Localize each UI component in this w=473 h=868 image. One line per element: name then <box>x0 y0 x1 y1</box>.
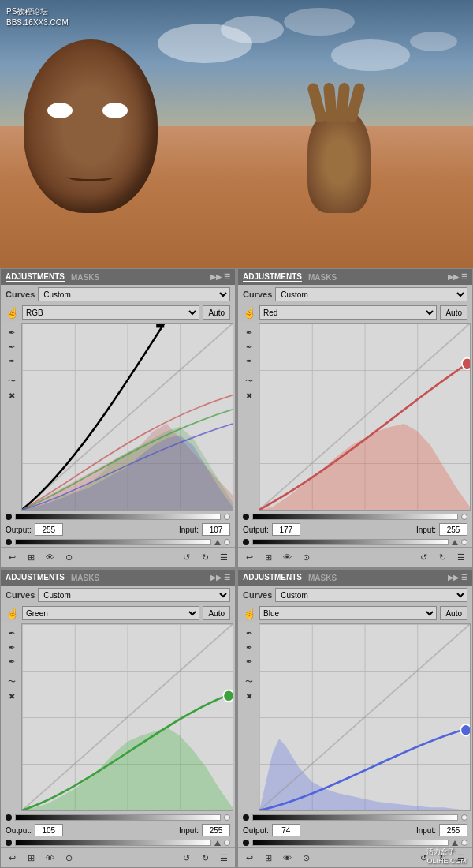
white-point-red[interactable] <box>461 514 467 520</box>
redo-icon-red[interactable]: ↻ <box>434 550 450 564</box>
eyedropper-white-icon-green[interactable]: ✒ <box>5 655 19 668</box>
eye-icon-blue[interactable]: 👁 <box>279 851 295 865</box>
input-black-point-blue[interactable] <box>243 840 249 846</box>
undo-icon-blue[interactable]: ↺ <box>415 851 431 865</box>
white-point-green[interactable] <box>224 814 230 821</box>
redo-icon[interactable]: ↻ <box>197 550 213 564</box>
output-value-blue[interactable] <box>272 824 300 836</box>
smooth-icon-red[interactable]: 〜 <box>242 375 256 387</box>
eyedropper-gray-icon-green[interactable]: ✒ <box>5 641 19 653</box>
target-icon-red[interactable]: ⊙ <box>298 550 314 564</box>
new-layer-icon-green[interactable]: ⊞ <box>23 851 39 865</box>
tab-adjustments-rgb[interactable]: ADJUSTMENTS <box>6 272 65 282</box>
white-point-indicator[interactable] <box>224 514 230 520</box>
target-icon-green[interactable]: ⊙ <box>61 851 76 865</box>
return-icon-red[interactable]: ↩ <box>241 550 257 564</box>
black-point-green[interactable] <box>6 814 12 821</box>
eyedropper-gray-icon-red[interactable]: ✒ <box>242 340 256 353</box>
return-icon-blue[interactable]: ↩ <box>241 851 257 865</box>
tab-adjustments-red[interactable]: ADJUSTMENTS <box>243 272 302 282</box>
target-icon-blue[interactable]: ⊙ <box>298 851 314 865</box>
reset-icon-blue[interactable]: ✖ <box>242 690 256 702</box>
eye-icon-green[interactable]: 👁 <box>42 851 58 865</box>
panel-arrows-rgb[interactable]: ▶▶ ☰ <box>210 273 230 281</box>
panel-arrows-blue[interactable]: ▶▶ ☰ <box>448 574 467 582</box>
input-black-point[interactable] <box>6 539 12 545</box>
preset-select-red[interactable]: Custom <box>275 287 467 301</box>
input-value-blue[interactable] <box>439 824 467 836</box>
midpoint-triangle-green[interactable] <box>214 840 221 846</box>
tab-adjustments-green[interactable]: ADJUSTMENTS <box>6 573 65 582</box>
tab-masks-green[interactable]: MASKS <box>71 574 99 582</box>
midpoint-triangle-red[interactable] <box>452 540 458 545</box>
menu-icon-red[interactable]: ☰ <box>453 550 469 564</box>
eyedropper-white-icon-blue[interactable]: ✒ <box>242 655 256 668</box>
hand-tool-icon-blue[interactable]: ☝ <box>243 607 256 619</box>
hand-tool-icon-green[interactable]: ☝ <box>6 607 19 619</box>
panel-arrows-red[interactable]: ▶▶ ☰ <box>448 273 467 281</box>
eyedropper-black-icon-blue[interactable]: ✒ <box>242 627 256 639</box>
reset-icon-red[interactable]: ✖ <box>242 389 256 402</box>
white-point-blue[interactable] <box>461 814 467 821</box>
auto-button-green[interactable]: Auto <box>203 606 230 620</box>
return-icon-green[interactable]: ↩ <box>4 851 20 865</box>
auto-button-red[interactable]: Auto <box>440 305 467 320</box>
auto-button-blue[interactable]: Auto <box>440 606 467 620</box>
return-icon[interactable]: ↩ <box>4 550 20 564</box>
channel-select-rgb[interactable]: RGB <box>22 305 199 320</box>
eye-icon[interactable]: 👁 <box>42 550 58 564</box>
auto-button-rgb[interactable]: Auto <box>203 305 230 320</box>
tab-masks-blue[interactable]: MASKS <box>308 574 337 582</box>
smooth-icon[interactable]: 〜 <box>5 375 19 387</box>
input-value-rgb[interactable]: 107 <box>202 523 230 536</box>
redo-icon-green[interactable]: ↻ <box>197 851 213 865</box>
reset-icon[interactable]: ✖ <box>5 389 19 402</box>
preset-select-green[interactable]: Custom <box>38 588 230 602</box>
black-point-red[interactable] <box>243 514 249 520</box>
menu-icon-blue[interactable]: ☰ <box>453 851 469 865</box>
reset-icon-green[interactable]: ✖ <box>5 690 19 702</box>
undo-icon-green[interactable]: ↺ <box>178 851 194 865</box>
tab-masks-rgb[interactable]: MASKS <box>71 273 99 282</box>
tab-masks-red[interactable]: MASKS <box>308 273 337 282</box>
output-value-red[interactable] <box>272 523 300 536</box>
channel-select-red[interactable]: Red <box>259 305 437 320</box>
input-value-red[interactable] <box>439 523 467 536</box>
new-layer-icon[interactable]: ⊞ <box>23 550 39 564</box>
input-black-point-green[interactable] <box>6 840 12 846</box>
output-value-rgb[interactable]: 255 <box>35 523 63 536</box>
channel-select-green[interactable]: Green <box>22 606 199 620</box>
menu-icon-green[interactable]: ☰ <box>216 851 232 865</box>
panel-arrows-green[interactable]: ▶▶ ☰ <box>210 574 230 582</box>
eyedropper-black-icon[interactable]: ✒ <box>5 326 19 339</box>
channel-select-blue[interactable]: Blue <box>259 606 437 620</box>
curve-canvas-green[interactable] <box>21 623 233 811</box>
new-layer-icon-red[interactable]: ⊞ <box>260 550 276 564</box>
eyedropper-white-icon-red[interactable]: ✒ <box>242 354 256 367</box>
input-black-point-red[interactable] <box>243 539 249 545</box>
new-layer-icon-blue[interactable]: ⊞ <box>260 851 276 865</box>
redo-icon-blue[interactable]: ↻ <box>434 851 450 865</box>
input-white-point[interactable] <box>224 539 230 545</box>
hand-tool-icon-rgb[interactable]: ☝ <box>6 306 19 319</box>
eyedropper-black-icon-green[interactable]: ✒ <box>5 627 19 639</box>
curve-canvas-red[interactable] <box>259 323 471 511</box>
midpoint-triangle-blue[interactable] <box>452 840 458 846</box>
menu-icon[interactable]: ☰ <box>216 550 232 564</box>
eye-icon-red[interactable]: 👁 <box>279 550 295 564</box>
black-point-indicator[interactable] <box>6 514 12 520</box>
input-white-point-red[interactable] <box>461 539 467 545</box>
input-white-point-green[interactable] <box>224 840 230 846</box>
hand-tool-icon-red[interactable]: ☝ <box>243 306 256 319</box>
eyedropper-white-icon[interactable]: ✒ <box>5 354 19 367</box>
output-value-green[interactable] <box>35 824 63 836</box>
midpoint-triangle[interactable] <box>214 540 221 545</box>
eyedropper-black-icon-red[interactable]: ✒ <box>242 326 256 339</box>
preset-select-blue[interactable]: Custom <box>275 588 467 602</box>
input-white-point-blue[interactable] <box>461 840 467 846</box>
preset-select-rgb[interactable]: Custom <box>38 287 230 301</box>
eyedropper-gray-icon[interactable]: ✒ <box>5 340 19 353</box>
black-point-blue[interactable] <box>243 814 249 821</box>
target-icon[interactable]: ⊙ <box>61 550 76 564</box>
eyedropper-gray-icon-blue[interactable]: ✒ <box>242 641 256 653</box>
